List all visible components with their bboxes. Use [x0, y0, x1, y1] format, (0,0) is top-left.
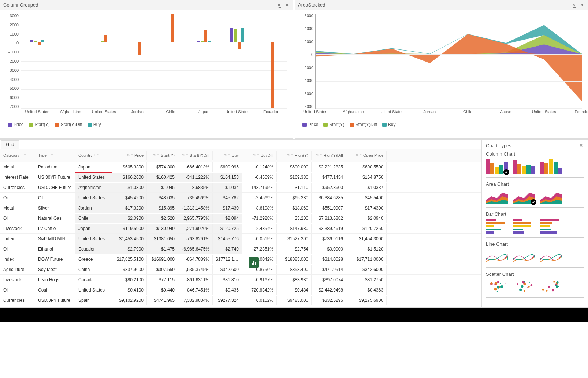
- svg-point-23: [521, 285, 524, 288]
- table-cell: $7,813.6882: [312, 214, 346, 223]
- table-cell: $0.484: [277, 285, 312, 295]
- bar-group[interactable]: [130, 14, 145, 108]
- chart-type-thumb[interactable]: [513, 189, 535, 204]
- table-cell: Index: [0, 234, 35, 244]
- pin-icon[interactable]: ✕̲: [571, 2, 577, 8]
- column-header[interactable]: ⇅ ≡ Start(Y)Diff: [178, 151, 213, 160]
- chart-type-thumb[interactable]: [540, 159, 562, 174]
- table-cell: $81.810: [213, 275, 242, 285]
- chart-type-section-title: Line Chart: [486, 241, 584, 247]
- table-cell: -666.4013%: [178, 162, 213, 172]
- chart-type-thumb[interactable]: [540, 219, 562, 234]
- table-cell: -864.7889%: [178, 255, 213, 264]
- table-row[interactable]: CurrenciesUSD/JPY FutureSpain$9,102.9200…: [0, 295, 481, 305]
- column-header[interactable]: Category ↑ ≡: [0, 151, 35, 160]
- table-cell: $17.430: [213, 203, 242, 213]
- svg-point-33: [548, 286, 550, 288]
- close-icon[interactable]: ✕: [284, 2, 290, 8]
- bar-group[interactable]: [264, 14, 278, 108]
- column-header[interactable]: ⇅ ≡ BuyDiff: [242, 151, 277, 160]
- table-cell: $45.782: [213, 193, 242, 203]
- bar-group[interactable]: [97, 14, 112, 108]
- column-header[interactable]: ⇅ ≡ Start(Y): [147, 151, 178, 160]
- svg-rect-2: [255, 262, 256, 265]
- column-grouped-panel: ColumnGrouped ✕̲ ✕ 3000200010000-1000-20…: [0, 0, 293, 139]
- table-cell: $736.9116: [312, 234, 346, 244]
- svg-point-10: [494, 288, 497, 290]
- chart-type-thumb[interactable]: [486, 279, 508, 294]
- table-cell: -0.0042%: [242, 255, 277, 264]
- table-cell: $3,389.4619: [312, 224, 346, 233]
- table-cell: $17.3200: [112, 203, 147, 213]
- chart-type-thumb[interactable]: [540, 279, 562, 294]
- table-row[interactable]: LivestockLean HogsCanada$80.2100$77.115-…: [0, 275, 481, 285]
- close-icon[interactable]: ✕: [578, 142, 584, 148]
- table-cell: $45.5400: [346, 193, 387, 203]
- table-row[interactable]: OilCoalUnited States$0.4100$0.440846.745…: [0, 285, 481, 295]
- grid-tab[interactable]: Grid: [1, 140, 19, 149]
- table-cell: $0.440: [147, 285, 178, 295]
- column-header[interactable]: ⇅ ≡ High(Y)Diff: [312, 151, 346, 160]
- table-row[interactable]: Interest RateUS 30YR FutureUnited States…: [0, 172, 481, 182]
- table-cell: $1.0300: [112, 183, 147, 192]
- table-cell: United States: [75, 173, 112, 182]
- table-row[interactable]: IndexDOW FutureGreece$17,825.5100$16691.…: [0, 254, 481, 264]
- chart-type-thumb[interactable]: [513, 219, 535, 234]
- pin-icon[interactable]: ✕̲: [276, 2, 282, 8]
- table-row[interactable]: LivestockLV CattleJapan$119.5900$130.940…: [0, 223, 481, 234]
- column-grouped-legend: Price Start(Y) Start(Y)Diff Buy: [0, 120, 293, 131]
- table-cell: -6,965.6475%: [178, 244, 213, 254]
- table-cell: -0.9167%: [242, 275, 277, 285]
- table-cell: $147.980: [277, 224, 312, 233]
- chart-type-thumb[interactable]: [513, 279, 535, 294]
- column-header[interactable]: Type ↑ ≡: [35, 151, 75, 160]
- table-row[interactable]: IndexS&P MID MINIUnited States$1,453.450…: [0, 234, 481, 244]
- table-cell: $3.200: [277, 214, 312, 223]
- chart-type-thumb[interactable]: [540, 189, 562, 204]
- close-icon[interactable]: ✕: [579, 2, 585, 8]
- table-cell: $1.0337: [346, 183, 387, 192]
- chart-type-thumb[interactable]: [513, 159, 535, 174]
- bar-group[interactable]: [230, 14, 245, 108]
- table-row[interactable]: OilOilUnited States$45.4200$48.035735.45…: [0, 193, 481, 203]
- table-cell: Palladium: [35, 162, 75, 172]
- table-cell: 2.4854%: [242, 224, 277, 233]
- column-header[interactable]: ⇅ ≡ High(Y): [277, 151, 312, 160]
- table-row[interactable]: MetalSilverJordan$17.3200$15.895-1,313.1…: [0, 203, 481, 213]
- table-row[interactable]: AgricultureSoy MeatChina$337.9600$307.55…: [0, 264, 481, 275]
- table-row[interactable]: CurrenciesUSD/CHF FutureAfghanistan$1.03…: [0, 182, 481, 193]
- grid-body[interactable]: MetalPalladiumJapan$605.3300$574.300-666…: [0, 162, 481, 307]
- table-cell: $18.060: [277, 203, 312, 213]
- table-cell: $9483.000: [277, 296, 312, 305]
- table-cell: United States: [75, 285, 112, 295]
- chart-type-thumb[interactable]: [486, 159, 508, 174]
- bar-group[interactable]: [164, 14, 178, 108]
- column-header[interactable]: ⇅ ≡ Price: [112, 151, 147, 160]
- table-row[interactable]: MetalPalladiumJapan$605.3300$574.300-666…: [0, 162, 481, 172]
- table-cell: 18.6835%: [178, 183, 213, 192]
- bar-group[interactable]: [64, 14, 78, 108]
- chart-type-thumb[interactable]: [486, 189, 508, 204]
- column-header[interactable]: ⇅ ≡ Buy: [213, 151, 242, 160]
- chart-action-icon[interactable]: [249, 257, 259, 268]
- table-row[interactable]: OilNatural GasChile$2.0900$2.5202,965.77…: [0, 213, 481, 223]
- table-cell: -2.4569%: [242, 193, 277, 203]
- svg-point-34: [542, 289, 544, 291]
- table-cell: $574.300: [147, 162, 178, 172]
- svg-point-26: [519, 289, 522, 291]
- table-cell: $307.550: [147, 265, 178, 274]
- chart-type-thumb[interactable]: [486, 249, 508, 264]
- bar-group[interactable]: [30, 14, 45, 108]
- column-header[interactable]: Country ↑ ≡: [75, 151, 112, 160]
- table-cell: -1,313.1458%: [178, 203, 213, 213]
- bar-group[interactable]: [197, 14, 212, 108]
- table-cell: Silver: [35, 203, 75, 213]
- table-cell: $471.9514: [312, 265, 346, 274]
- table-row[interactable]: OilEthanolEcuador$2.7900$1.475-6,965.647…: [0, 244, 481, 254]
- column-header[interactable]: ⇅ ≡ Open Price: [346, 151, 387, 160]
- chart-type-thumb[interactable]: [486, 219, 508, 234]
- chart-type-thumb[interactable]: [513, 249, 535, 264]
- table-cell: $0.0000: [312, 244, 346, 254]
- chart-type-thumb[interactable]: [540, 249, 562, 264]
- table-cell: LV Cattle: [35, 224, 75, 233]
